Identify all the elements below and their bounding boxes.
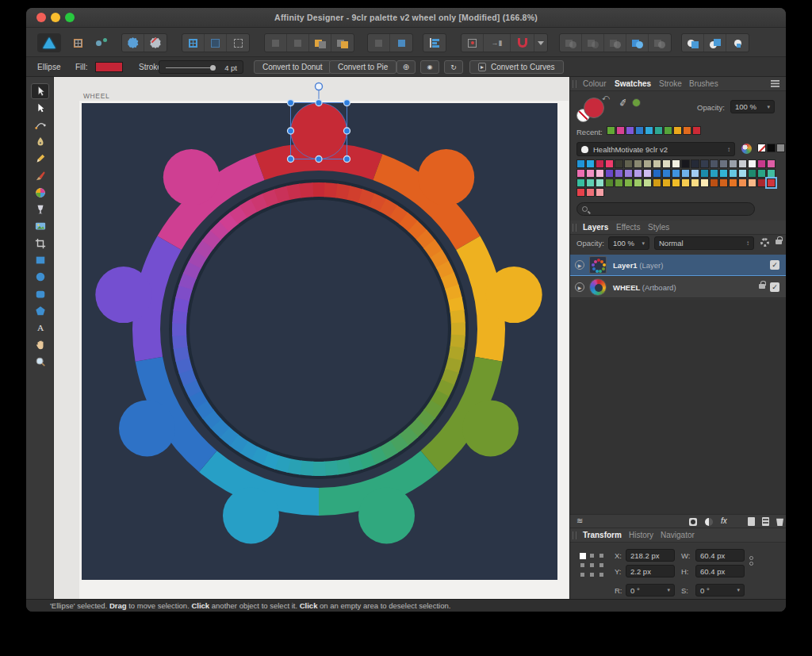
gradient-ring-arc[interactable] [216,226,225,236]
swatch[interactable] [586,159,595,168]
gradient-ring-arc[interactable] [442,264,448,276]
gradient-ring-arc[interactable] [348,462,361,466]
mask-layer-icon[interactable] [689,518,697,526]
swatch[interactable] [672,178,680,187]
gradient-ring-arc[interactable] [360,196,373,201]
swatch[interactable] [662,159,671,168]
swatch[interactable] [653,159,661,168]
tab-styles[interactable]: Styles [648,223,669,232]
gradient-ring-arc[interactable] [300,467,313,468]
fill-stroke-selector[interactable]: ⤺ [576,96,613,125]
swatch[interactable] [691,178,699,187]
show-pixel-grid-button[interactable] [205,34,227,52]
eyedropper-icon[interactable]: ✐ [619,97,628,109]
pixel-persona-button[interactable] [67,33,88,52]
swatch[interactable] [635,126,644,135]
swap-colors-icon[interactable]: ⤺ [602,94,610,102]
gradient-ring-arc[interactable] [455,298,458,311]
gradient-ring-arc[interactable] [300,190,313,190]
convert-to-curves-button[interactable]: ▸ Convert to Curves [469,60,564,74]
swatch[interactable] [710,169,718,178]
gradient-ring-arc[interactable] [421,235,430,245]
swatch[interactable] [605,159,614,168]
gradient-ring-arc[interactable] [383,205,394,212]
arrange-forward-button[interactable] [309,34,331,52]
shape-tool[interactable] [31,303,49,319]
affinity-designer-logo[interactable] [37,33,61,52]
swatch[interactable] [605,178,614,187]
swatch[interactable] [748,178,756,187]
swatch[interactable] [681,169,690,178]
snapping-grid-button[interactable] [462,34,484,52]
gradient-ring-arc[interactable] [447,275,452,288]
swatch[interactable] [729,169,737,178]
gradient-ring-arc[interactable] [276,193,289,196]
view-tool[interactable] [31,337,49,353]
picked-color-dot[interactable] [632,98,641,107]
tab-colour[interactable]: Colour [583,79,606,88]
swatch[interactable] [729,178,737,187]
gradient-ring-arc[interactable] [348,193,361,196]
lock-icon[interactable] [776,240,782,244]
gradient-ring-arc[interactable] [421,414,430,424]
wheel-artboard-thumbnail[interactable] [589,278,607,296]
gradient-ring-arc[interactable] [233,211,244,219]
gradient-ring-arc[interactable] [372,453,384,458]
snap-to-shape-button[interactable] [122,34,144,52]
swatch[interactable] [700,159,709,168]
wheel-segment-bump[interactable] [95,267,151,323]
gradient-ring-arc[interactable] [455,347,458,359]
adjustment-layer-icon[interactable] [705,518,713,526]
disclosure-triangle-icon[interactable]: ▶ [575,260,584,270]
selection-handle[interactable] [344,128,350,134]
rounded-rectangle-tool[interactable] [31,286,49,302]
panel-grip[interactable] [573,531,576,539]
tab-transform[interactable]: Transform [583,531,622,539]
gradient-ring-arc[interactable] [254,200,266,205]
swatch[interactable] [757,159,766,168]
gradient-ring-arc[interactable] [182,359,186,371]
snapping-magnet-button[interactable] [511,34,534,52]
reverse-direction-button[interactable]: ↻ [444,60,463,74]
swatch[interactable] [586,188,595,197]
swatch[interactable] [748,159,756,168]
swatch[interactable] [757,169,766,178]
arrange-backward-button[interactable] [287,34,309,52]
y-field[interactable]: 2.2 px [626,565,675,577]
wheel-segment-bump[interactable] [418,149,474,205]
gradient-ring-arc[interactable] [195,393,201,405]
tab-swatches[interactable]: Swatches [615,79,651,88]
swatch[interactable] [634,169,642,178]
artistic-text-tool[interactable]: A [31,320,49,336]
swatch[interactable] [643,178,652,187]
gradient-ring-arc[interactable] [180,347,182,359]
swatch[interactable] [757,144,766,152]
swatch[interactable] [681,159,690,168]
new-layer-icon[interactable] [748,517,755,526]
layer-visibility-checkbox[interactable]: ✓ [770,282,779,292]
tab-stroke[interactable]: Stroke [659,79,682,88]
gradient-ring-arc[interactable] [324,467,338,468]
zoom-tool[interactable] [31,354,49,370]
swatch[interactable] [643,159,652,168]
tab-brushes[interactable]: Brushes [689,79,718,88]
panel-grip[interactable] [573,80,576,88]
swatch[interactable] [607,126,615,135]
title-bar[interactable]: Affinity Designer - 9clr palette v2 whee… [26,8,786,28]
swatch[interactable] [767,178,776,187]
layers-stack-icon[interactable]: ≋ [576,516,583,525]
layer1-thumbnail[interactable] [589,256,607,274]
swatch[interactable] [738,159,747,168]
swatch[interactable] [643,169,652,178]
swatch[interactable] [738,169,747,178]
swatch[interactable] [596,178,604,187]
arrange-front-button[interactable] [331,34,354,52]
swatch[interactable] [681,178,690,187]
convert-to-pie-button[interactable]: Convert to Pie [329,60,396,74]
swatch[interactable] [624,178,633,187]
swatch[interactable] [576,178,585,187]
fill-color-swatch[interactable] [95,62,123,72]
stroke-width-slider[interactable]: 4 pt [159,60,243,74]
layers-empty-area[interactable] [570,299,786,514]
gradient-ring-arc[interactable] [336,190,349,193]
